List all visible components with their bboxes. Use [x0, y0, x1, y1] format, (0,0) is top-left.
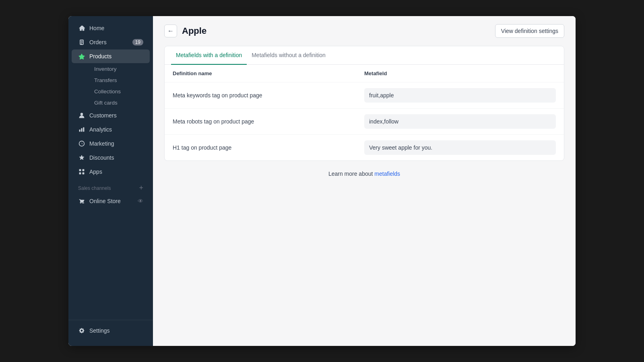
sidebar-item-apps[interactable]: Apps: [72, 165, 150, 179]
metafield-value-3: Very sweet apple for you.: [364, 140, 556, 155]
sidebar-item-collections-label: Collections: [94, 88, 121, 95]
sidebar-nav: Home Orders 19 Products Inventory: [68, 21, 153, 320]
sidebar-item-transfers[interactable]: Transfers: [89, 75, 150, 86]
table-row: Meta keywords tag on product page fruit,…: [165, 82, 564, 109]
sidebar-item-inventory-label: Inventory: [94, 66, 117, 72]
settings-icon: [78, 327, 85, 334]
tab-without-definition[interactable]: Metafields without a definition: [247, 46, 330, 65]
metafields-link[interactable]: metafields: [374, 171, 400, 177]
metafield-value-1: fruit,apple: [364, 88, 556, 103]
learn-more-text: Learn more about: [328, 171, 374, 177]
table-row: Meta robots tag on product page index,fo…: [165, 109, 564, 135]
sidebar-item-customers-label: Customers: [89, 112, 117, 119]
definition-label-3: H1 tag on product page: [173, 144, 364, 151]
sidebar-item-marketing-label: Marketing: [89, 140, 114, 147]
sidebar-item-orders[interactable]: Orders 19: [72, 35, 150, 49]
store-icon: [78, 197, 85, 205]
discounts-icon: [78, 154, 85, 161]
page-title: Apple: [182, 26, 490, 36]
sidebar-item-discounts[interactable]: Discounts: [72, 151, 150, 165]
products-icon: [78, 53, 85, 60]
sidebar-item-analytics-label: Analytics: [89, 126, 112, 133]
tabs: Metafields with a definition Metafields …: [165, 46, 564, 65]
tab-with-definition[interactable]: Metafields with a definition: [171, 46, 247, 65]
sidebar-item-customers[interactable]: Customers: [72, 109, 150, 122]
back-button[interactable]: ←: [164, 25, 177, 37]
svg-rect-3: [79, 173, 81, 175]
back-arrow-icon: ←: [167, 27, 174, 35]
app-container: Home Orders 19 Products Inventory: [68, 16, 576, 346]
svg-rect-1: [79, 169, 81, 171]
sidebar-item-settings-label: Settings: [89, 327, 110, 334]
column-header-metafield: Metafield: [364, 70, 556, 76]
sidebar-item-online-store[interactable]: Online Store 👁: [72, 194, 150, 208]
sidebar-item-home[interactable]: Home: [72, 21, 150, 35]
home-icon: [78, 25, 85, 32]
metafields-card: Metafields with a definition Metafields …: [164, 46, 564, 161]
sidebar-item-products[interactable]: Products: [72, 49, 150, 63]
main-content: ← Apple View definition settings Metafie…: [153, 16, 576, 346]
sidebar-footer: Settings: [68, 320, 153, 341]
sidebar-item-gift-cards[interactable]: Gift cards: [89, 97, 150, 108]
orders-badge: 19: [132, 39, 143, 45]
sidebar-item-marketing[interactable]: Marketing: [72, 137, 150, 150]
sidebar: Home Orders 19 Products Inventory: [68, 16, 153, 346]
apps-icon: [78, 168, 85, 175]
sidebar-item-online-store-label: Online Store: [89, 198, 121, 204]
sidebar-item-discounts-label: Discounts: [89, 154, 114, 161]
online-store-eye-icon[interactable]: 👁: [138, 198, 143, 204]
sidebar-item-gift-cards-label: Gift cards: [94, 100, 118, 106]
sales-channels-section: Sales channels +: [68, 179, 153, 194]
view-definition-button[interactable]: View definition settings: [495, 24, 564, 38]
sidebar-item-analytics[interactable]: Analytics: [72, 123, 150, 136]
column-header-definition-name: Definition name: [173, 70, 364, 76]
sidebar-item-home-label: Home: [89, 25, 104, 31]
marketing-icon: [78, 140, 85, 147]
sidebar-item-orders-label: Orders: [89, 39, 107, 45]
table-row: H1 tag on product page Very sweet apple …: [165, 135, 564, 160]
customers-icon: [78, 112, 85, 119]
sidebar-item-inventory[interactable]: Inventory: [89, 64, 150, 74]
sales-channels-label: Sales channels: [78, 185, 111, 191]
products-submenu: Inventory Transfers Collections Gift car…: [68, 64, 153, 108]
sidebar-item-collections[interactable]: Collections: [89, 86, 150, 97]
sidebar-item-settings[interactable]: Settings: [72, 324, 150, 337]
orders-icon: [78, 39, 85, 46]
svg-rect-4: [83, 173, 85, 175]
metafield-value-2: index,follow: [364, 114, 556, 129]
add-sales-channel-icon[interactable]: +: [139, 184, 143, 192]
definition-label-1: Meta keywords tag on product page: [173, 92, 364, 99]
svg-rect-2: [83, 169, 85, 171]
table-header: Definition name Metafield: [165, 65, 564, 82]
page-header: ← Apple View definition settings: [153, 16, 576, 46]
sidebar-item-products-label: Products: [89, 53, 111, 60]
analytics-icon: [78, 126, 85, 133]
learn-more: Learn more about metafields: [153, 161, 576, 187]
sidebar-item-transfers-label: Transfers: [94, 77, 117, 83]
sidebar-item-apps-label: Apps: [89, 169, 102, 175]
definition-label-2: Meta robots tag on product page: [173, 118, 364, 125]
